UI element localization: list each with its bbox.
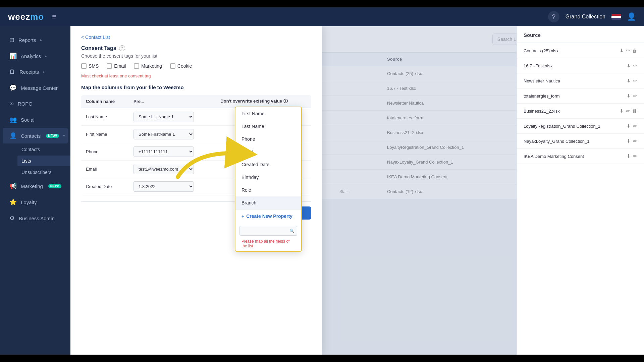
consent-email-checkbox[interactable] <box>107 63 112 69</box>
dropdown-item[interactable]: Birthday <box>235 171 301 184</box>
consent-tags-title: Consent Tags ? <box>81 45 311 51</box>
contacts-badge: NEW! <box>46 134 59 138</box>
dropdown-search-icon: 🔍 <box>289 229 294 233</box>
dropdown-item[interactable]: Created Date <box>235 158 301 171</box>
sidebar-item-business-admin[interactable]: ⚙ Business Admin <box>3 210 68 226</box>
source-download-icon[interactable]: ⬇ <box>627 123 631 129</box>
sidebar-item-social[interactable]: 👥 Social <box>3 112 68 127</box>
map-col-name: First Name <box>81 126 129 143</box>
business-admin-icon: ⚙ <box>9 215 15 222</box>
top-nav-right: ? Grand Collection 👤 <box>548 11 636 22</box>
consent-email[interactable]: Email <box>107 63 126 69</box>
black-bar-bottom <box>0 355 644 362</box>
source-row: IKEA Demo Marketing Consent⬇✏ <box>517 149 644 164</box>
consent-sms[interactable]: SMS <box>81 63 99 69</box>
sidebar-item-ropo[interactable]: ∞ ROPO <box>3 96 68 111</box>
map-header-row: Column name Pre... Don't overwrite exist… <box>81 95 311 108</box>
contacts-icon: 👤 <box>9 132 17 139</box>
source-edit-icon[interactable]: ✏ <box>633 153 637 159</box>
message-center-icon: 💬 <box>9 84 17 92</box>
source-download-icon[interactable]: ⬇ <box>627 78 631 84</box>
ropo-icon: ∞ <box>9 100 14 107</box>
source-edit-icon[interactable]: ✏ <box>633 63 637 69</box>
map-col-name: Email <box>81 161 129 178</box>
sidebar-sub-lists[interactable]: Lists <box>17 156 70 166</box>
sidebar-item-loyalty[interactable]: ⭐ Loyalty <box>3 194 68 210</box>
consent-tags-help-icon[interactable]: ? <box>119 45 125 51</box>
sidebar-item-analytics[interactable]: 📊 Analytics ▸ <box>3 48 68 64</box>
source-name: LoyaltyRegistration_Grand Collection_1 <box>524 124 623 129</box>
source-download-icon[interactable]: ⬇ <box>627 93 631 99</box>
consent-marketing[interactable]: Marketing <box>134 63 162 69</box>
map-prop-select[interactable]: test1@weezmo.com <box>133 164 194 174</box>
source-row-actions: ⬇✏🗑 <box>620 108 637 114</box>
consent-sms-checkbox[interactable] <box>81 63 87 69</box>
source-row: totalenergies_form⬇✏ <box>517 88 644 104</box>
user-avatar-icon[interactable]: 👤 <box>627 12 636 21</box>
dropdown-item[interactable]: Email <box>235 145 301 158</box>
sidebar-item-receipts[interactable]: 🗒 Receipts ▸ <box>3 64 68 79</box>
sidebar-item-contacts[interactable]: 👤 Contacts NEW! ▾ <box>3 128 68 143</box>
property-dropdown: First NameLast NamePhoneEmailCreated Dat… <box>235 107 302 252</box>
sidebar-item-label: Marketing <box>21 183 43 189</box>
consent-tags-row: SMS Email Marketing Cookie <box>81 63 311 69</box>
map-prop-select[interactable]: Some FirstName 1 <box>133 129 194 139</box>
source-panel: Source Contacts (25).xlsx⬇✏🗑16.7 - Test.… <box>517 26 644 355</box>
source-panel-rows: Contacts (25).xlsx⬇✏🗑16.7 - Test.xlsx⬇✏N… <box>517 43 644 164</box>
source-name: Newsletter Nautica <box>524 78 623 83</box>
dropdown-item[interactable]: Role <box>235 184 301 196</box>
source-name: IKEA Demo Marketing Consent <box>524 154 623 159</box>
consent-cookie[interactable]: Cookie <box>170 63 192 69</box>
sidebar-sub-unsubscribers[interactable]: Unsubscribers <box>17 167 70 178</box>
dropdown-item[interactable]: First Name <box>235 107 301 120</box>
source-download-icon[interactable]: ⬇ <box>627 138 631 144</box>
source-delete-icon[interactable]: 🗑 <box>632 108 637 114</box>
source-name: totalenergies_form <box>524 94 623 99</box>
source-download-icon[interactable]: ⬇ <box>620 48 624 54</box>
map-columns-title: Map the columns from your file to Weezmo <box>81 84 311 90</box>
sidebar-item-marketing[interactable]: 📢 Marketing NEW! <box>3 178 68 194</box>
dropdown-item[interactable]: Phone <box>235 133 301 145</box>
map-prop-select[interactable]: 1.8.2022 <box>133 181 194 192</box>
source-edit-icon[interactable]: ✏ <box>626 48 630 54</box>
sidebar-item-label: Reports <box>18 37 36 43</box>
source-edit-icon[interactable]: ✏ <box>633 123 637 129</box>
map-col-header-3: Don't overwrite existing value ⓘ <box>216 95 311 108</box>
source-delete-icon[interactable]: 🗑 <box>632 48 637 54</box>
consent-marketing-checkbox[interactable] <box>134 63 139 69</box>
hamburger-icon[interactable]: ≡ <box>52 12 56 21</box>
sidebar-item-message-center[interactable]: 💬 Message Center <box>3 80 68 96</box>
source-name: Contacts (25).xlsx <box>524 48 616 53</box>
source-edit-icon[interactable]: ✏ <box>633 138 637 144</box>
map-prop-select[interactable]: Some L... Name 1 <box>133 112 194 122</box>
source-download-icon[interactable]: ⬇ <box>620 108 624 114</box>
contacts-submenu: Contacts Lists Unsubscribers <box>0 144 70 178</box>
sidebar: ⊞ Reports ▸ 📊 Analytics ▸ 🗒 Receipts ▸ 💬… <box>0 26 70 355</box>
source-edit-icon[interactable]: ✏ <box>633 93 637 99</box>
social-icon: 👥 <box>9 116 17 123</box>
contacts-expand-icon: ▾ <box>63 134 65 138</box>
source-download-icon[interactable]: ⬇ <box>627 63 631 69</box>
source-download-icon[interactable]: ⬇ <box>627 153 631 159</box>
dropdown-item[interactable]: Last Name <box>235 120 301 133</box>
source-row-actions: ⬇✏ <box>627 63 637 69</box>
help-icon[interactable]: ? <box>548 11 559 22</box>
sidebar-item-reports[interactable]: ⊞ Reports ▸ <box>3 32 68 48</box>
consent-marketing-label: Marketing <box>141 63 162 69</box>
consent-cookie-label: Cookie <box>177 63 192 69</box>
sidebar-sub-contacts[interactable]: Contacts <box>17 144 70 155</box>
flag-icon <box>611 14 621 20</box>
consent-subtitle: Choose the consent tags for your list <box>81 53 311 59</box>
source-edit-icon[interactable]: ✏ <box>626 108 630 114</box>
map-prop-select-cell: 1.8.2022 <box>129 178 216 195</box>
consent-cookie-checkbox[interactable] <box>170 63 175 69</box>
dropdown-item[interactable]: Branch <box>235 196 301 209</box>
map-col-header-1: Column name <box>81 95 129 108</box>
map-prop-select-cell: test1@weezmo.com <box>129 161 216 178</box>
modal-back-button[interactable]: < Contact List <box>81 35 110 40</box>
source-row-actions: ⬇✏ <box>627 93 637 99</box>
map-prop-select[interactable]: +11111111111 <box>133 146 194 157</box>
dropdown-search-input[interactable] <box>239 226 297 236</box>
dropdown-create-new-property[interactable]: + Create New Property <box>235 209 301 223</box>
source-edit-icon[interactable]: ✏ <box>633 78 637 84</box>
